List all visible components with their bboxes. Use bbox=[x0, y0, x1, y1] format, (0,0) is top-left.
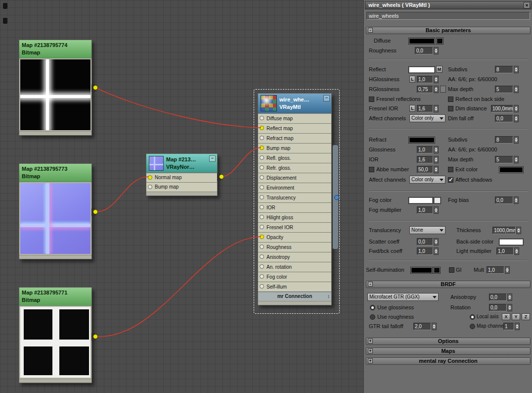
node-vraynormalmap[interactable]: Map #213… VRayNor… – Normal map Bump map bbox=[146, 153, 218, 196]
node-vraymtl-wire-wheels[interactable]: wire_whe… VRayMtl – Diffuse map Reflect … bbox=[258, 93, 332, 305]
self-illumination-swatch[interactable] bbox=[410, 267, 433, 274]
input-pin[interactable] bbox=[260, 126, 264, 130]
output-socket[interactable] bbox=[217, 173, 222, 181]
rollout-mental-ray[interactable]: +mental ray Connection bbox=[366, 357, 531, 365]
slot-displacement[interactable]: Displacement bbox=[258, 173, 331, 183]
hglossiness-spinner[interactable] bbox=[434, 76, 439, 83]
self-illumination-map-swatch[interactable] bbox=[433, 267, 441, 274]
input-pin[interactable] bbox=[148, 175, 152, 180]
fog-multiplier-spinner[interactable] bbox=[434, 206, 439, 214]
material-name-input[interactable] bbox=[366, 12, 530, 20]
axis-x-button[interactable]: X bbox=[502, 313, 510, 320]
slot-fresnel-ior[interactable]: Fresnel IOR bbox=[258, 222, 331, 232]
exit-color-swatch[interactable] bbox=[499, 166, 524, 173]
fog-bias-spinner[interactable] bbox=[514, 196, 519, 204]
mr-connection-bar[interactable]: mr Connection↕ bbox=[258, 292, 331, 301]
refract-color-swatch[interactable] bbox=[408, 137, 435, 144]
use-glossiness-radio[interactable] bbox=[370, 305, 375, 310]
map-channel-spinner[interactable] bbox=[515, 323, 520, 330]
max-depth-reflect-field[interactable]: 5 bbox=[495, 86, 513, 93]
thickness-spinner[interactable] bbox=[516, 227, 521, 234]
node-header[interactable]: Map #2138795774 Bitmap bbox=[19, 40, 91, 58]
dim-fall-off-spinner[interactable] bbox=[514, 115, 519, 122]
input-pin[interactable] bbox=[260, 185, 264, 190]
collapse-button[interactable]: – bbox=[209, 155, 216, 162]
abbe-number-spinner[interactable] bbox=[434, 166, 439, 173]
max-depth-reflect-spinner[interactable] bbox=[514, 86, 519, 93]
panel-title-bar[interactable]: wire_wheels ( VRayMtl ) ✕ bbox=[365, 1, 532, 9]
input-pin[interactable] bbox=[260, 235, 264, 239]
reflect-on-back-checkbox[interactable] bbox=[448, 97, 453, 102]
fog-bias-field[interactable]: 0,0 bbox=[495, 196, 513, 204]
wire-bitmap-to-normalmap[interactable] bbox=[95, 177, 148, 212]
anisotropy-field[interactable]: 0,0 bbox=[489, 294, 507, 301]
node-editor-canvas[interactable]: Map #2138795774 Bitmap Map #2138795773 B… bbox=[0, 0, 364, 393]
mult-field[interactable]: 1,0 bbox=[487, 266, 504, 274]
diffuse-map-swatch[interactable] bbox=[436, 38, 443, 45]
slot-bump-map[interactable]: Bump map bbox=[258, 143, 331, 153]
expand-icon[interactable]: + bbox=[368, 339, 373, 344]
glossiness-spinner[interactable] bbox=[434, 146, 439, 153]
slot-an-rotation[interactable]: An. rotation bbox=[258, 262, 331, 272]
slot-refr-gloss[interactable]: Refr. gloss. bbox=[258, 163, 331, 173]
scatter-coeff-spinner[interactable] bbox=[434, 238, 439, 246]
use-roughness-radio[interactable] bbox=[370, 314, 375, 320]
rotation-spinner[interactable] bbox=[507, 304, 512, 311]
input-pin[interactable] bbox=[260, 264, 264, 269]
fog-color-map-swatch[interactable] bbox=[434, 197, 441, 204]
light-multiplier-spinner[interactable] bbox=[514, 247, 519, 255]
input-pin[interactable] bbox=[260, 175, 264, 180]
roughness-spinner[interactable] bbox=[434, 47, 439, 54]
axis-y-button[interactable]: Y bbox=[512, 313, 520, 320]
exit-color-checkbox[interactable] bbox=[448, 167, 453, 172]
output-socket[interactable] bbox=[91, 84, 96, 92]
node-bitmap-2138795771[interactable]: Map #2138795771 Bitmap bbox=[19, 287, 92, 383]
slot-self-illum[interactable]: Self-illum bbox=[258, 282, 331, 292]
fresnel-ior-field[interactable]: 1,6 bbox=[417, 105, 433, 112]
wire-bitmap-to-reflect[interactable] bbox=[95, 88, 261, 128]
dim-distance-field[interactable]: 100,0mm bbox=[491, 105, 513, 112]
fresnel-ior-spinner[interactable] bbox=[434, 105, 439, 112]
dim-distance-spinner[interactable] bbox=[514, 105, 519, 112]
subdivs-reflect-field[interactable]: 8 bbox=[495, 66, 513, 73]
subdivs-refract-field[interactable]: 8 bbox=[495, 136, 513, 144]
collapse-button[interactable]: – bbox=[323, 95, 330, 101]
thickness-field[interactable]: 1000,0mm bbox=[492, 227, 516, 234]
max-depth-refract-spinner[interactable] bbox=[514, 156, 519, 163]
scroll-icon[interactable]: ↕ bbox=[327, 292, 330, 300]
subdivs-refract-spinner[interactable] bbox=[514, 136, 519, 144]
slot-anisotropy[interactable]: Anisotropy bbox=[258, 252, 331, 262]
scatter-coeff-field[interactable]: 0,0 bbox=[417, 238, 433, 246]
abbe-number-field[interactable]: 50,0 bbox=[417, 166, 433, 173]
slot-normal-map[interactable]: Normal map bbox=[146, 173, 217, 182]
mult-spinner[interactable] bbox=[505, 266, 510, 274]
slot-opacity[interactable]: Opacity bbox=[258, 232, 331, 242]
rglossiness-field[interactable]: 0,75 bbox=[417, 86, 433, 93]
back-side-color-swatch[interactable] bbox=[499, 239, 524, 246]
output-socket[interactable] bbox=[91, 208, 96, 216]
slot-bump-map[interactable]: Bump map bbox=[146, 182, 217, 192]
dim-fall-off-field[interactable]: 0,0 bbox=[495, 115, 513, 122]
material-output-socket[interactable] bbox=[334, 195, 339, 200]
node-bitmap-2138795774[interactable]: Map #2138795774 Bitmap bbox=[19, 40, 92, 136]
slot-hilight-gloss[interactable]: Hilight gloss bbox=[258, 212, 331, 222]
node-header[interactable]: Map #2138795771 Bitmap bbox=[19, 288, 91, 306]
roughness-field[interactable]: 0,0 bbox=[415, 47, 433, 54]
local-axis-radio[interactable] bbox=[470, 314, 475, 320]
rglossiness-spinner[interactable] bbox=[434, 86, 439, 93]
collapse-icon[interactable]: - bbox=[368, 282, 373, 287]
slot-refract-map[interactable]: Refract map bbox=[258, 133, 331, 143]
reflect-color-swatch[interactable] bbox=[408, 66, 435, 73]
anisotropy-spinner[interactable] bbox=[507, 294, 512, 301]
slot-refl-gloss[interactable]: Refl. gloss. bbox=[258, 153, 331, 163]
node-header[interactable]: Map #2138795773 Bitmap bbox=[19, 164, 91, 182]
map-channel-radio[interactable] bbox=[470, 324, 475, 329]
input-pin[interactable] bbox=[260, 254, 264, 259]
fwd-bck-coeff-field[interactable]: 1,0 bbox=[417, 247, 433, 255]
gtr-tail-falloff-field[interactable]: 2,0 bbox=[413, 323, 431, 330]
brdf-type-dropdown[interactable]: Microfacet GTR (GGX) bbox=[367, 293, 439, 301]
input-pin[interactable] bbox=[260, 155, 264, 160]
gtr-tail-falloff-spinner[interactable] bbox=[432, 323, 437, 330]
input-pin[interactable] bbox=[260, 165, 264, 170]
rollout-maps[interactable]: +Maps bbox=[366, 347, 531, 355]
